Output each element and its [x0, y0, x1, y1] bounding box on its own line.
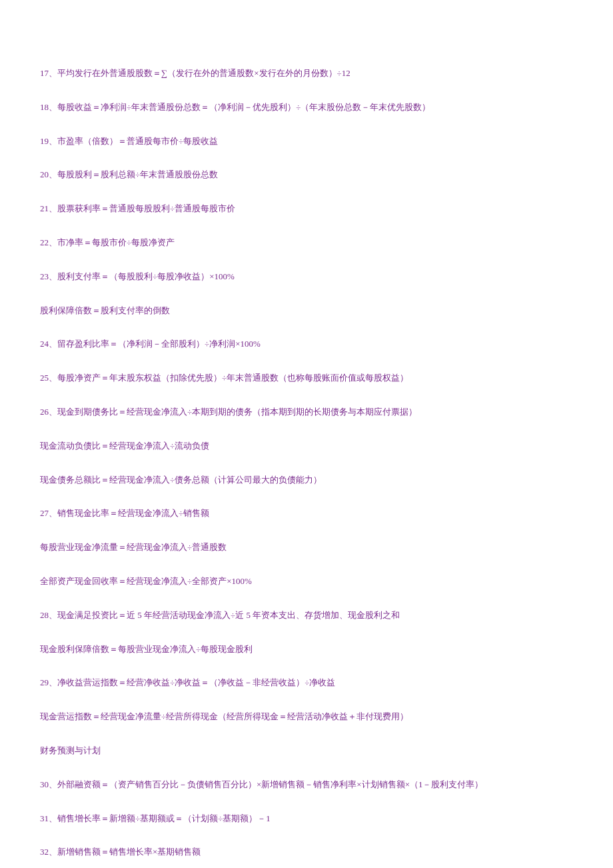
formula-line: 26、现金到期债务比＝经营现金净流入÷本期到期的债务（指本期到期的长期债务与本期… [40, 405, 573, 419]
formula-line: 30、外部融资额＝（资产销售百分比－负债销售百分比）×新增销售额－销售净利率×计… [40, 778, 573, 792]
formula-line: 全部资产现金回收率＝经营现金净流入÷全部资产×100% [40, 575, 573, 589]
document-content: 17、平均发行在外普通股股数＝∑（发行在外的普通股数×发行在外的月份数）÷12 … [0, 0, 613, 868]
formula-line: 20、每股股利＝股利总额÷年末普通股股份总数 [40, 168, 573, 182]
formula-line: 24、留存盈利比率＝（净利润－全部股利）÷净利润×100% [40, 337, 573, 351]
formula-line: 21、股票获利率＝普通股每股股利÷普通股每股市价 [40, 202, 573, 216]
formula-line: 23、股利支付率＝（每股股利÷每股净收益）×100% [40, 270, 573, 284]
formula-line: 28、现金满足投资比＝近 5 年经营活动现金净流入÷近 5 年资本支出、存货增加… [40, 609, 573, 623]
formula-line: 股利保障倍数＝股利支付率的倒数 [40, 304, 573, 318]
formula-line: 每股营业现金净流量＝经营现金净流入÷普通股数 [40, 541, 573, 555]
formula-line: 17、平均发行在外普通股股数＝∑（发行在外的普通股数×发行在外的月份数）÷12 [40, 67, 573, 81]
formula-line: 32、新增销售额＝销售增长率×基期销售额 [40, 845, 573, 859]
section-heading: 财务预测与计划 [40, 744, 573, 758]
formula-line: 25、每股净资产＝年末股东权益（扣除优先股）÷年末普通股数（也称每股账面价值或每… [40, 371, 573, 385]
formula-line: 27、销售现金比率＝经营现金净流入÷销售额 [40, 507, 573, 521]
formula-line: 现金营运指数＝经营现金净流量÷经营所得现金（经营所得现金＝经营活动净收益＋非付现… [40, 710, 573, 724]
formula-line: 18、每股收益＝净利润÷年末普通股份总数＝（净利润－优先股利）÷（年末股份总数－… [40, 101, 573, 115]
formula-line: 现金股利保障倍数＝每股营业现金净流入÷每股现金股利 [40, 643, 573, 657]
formula-line: 现金债务总额比＝经营现金净流入÷债务总额（计算公司最大的负债能力） [40, 473, 573, 487]
formula-line: 31、销售增长率＝新增额÷基期额或＝（计划额÷基期额）－1 [40, 812, 573, 826]
formula-line: 现金流动负债比＝经营现金净流入÷流动负债 [40, 439, 573, 453]
formula-line: 19、市盈率（倍数）＝普通股每市价÷每股收益 [40, 135, 573, 149]
formula-line: 22、市净率＝每股市价÷每股净资产 [40, 236, 573, 250]
formula-line: 29、净收益营运指数＝经营净收益÷净收益＝（净收益－非经营收益）÷净收益 [40, 676, 573, 690]
